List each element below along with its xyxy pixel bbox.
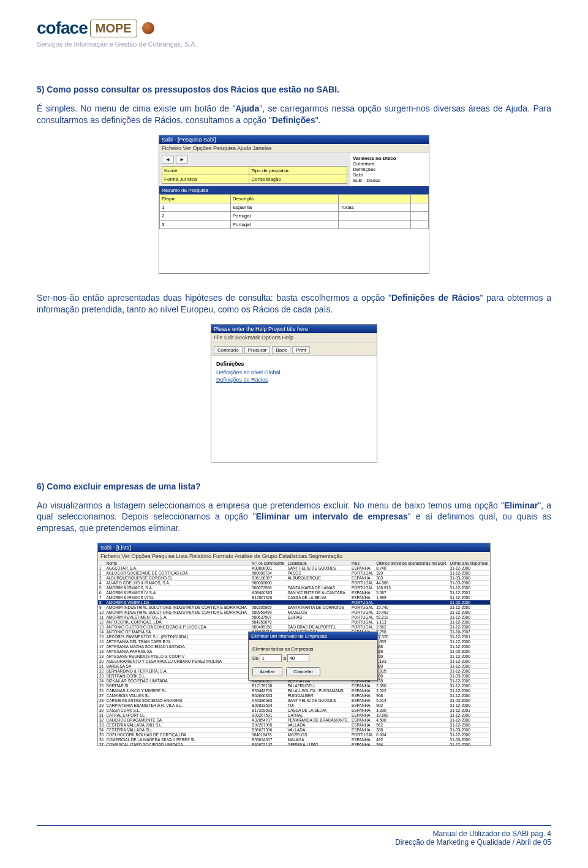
table-cell: PALAFRUGELL xyxy=(286,684,350,689)
table-cell: 31-12-2000 xyxy=(449,684,490,689)
dialog-to-input[interactable] xyxy=(287,654,309,662)
cell[interactable]: Tipo de pesquisa xyxy=(249,166,347,175)
toolbar-btn[interactable]: ◄ xyxy=(162,156,174,164)
cell[interactable]: Consolidação xyxy=(249,175,347,183)
table-row[interactable]: 31CATRAL EXPORT SLB03267581CATRALESPANHA… xyxy=(98,713,490,718)
dialog-from-input[interactable] xyxy=(260,654,282,662)
table-row[interactable]: 28CAPSIB AS ESTAS SOCIEDAD ANONIMAA43396… xyxy=(98,698,490,703)
table-header xyxy=(98,561,105,566)
table-row[interactable]: 36COMERCIAL DE LA MADERA SILVA Y PEREZ S… xyxy=(98,738,490,742)
table-row[interactable]: 5AMORIM & IRMAOS, S.A.500077568SANTA MAR… xyxy=(98,586,490,591)
screenshot-sabi-search: Sabi - [Pesquisa Sabi] Ficheiro Ver Opçõ… xyxy=(159,135,429,274)
table-cell: CASSA DE LA SELVA xyxy=(286,708,350,713)
table-cell: 32 xyxy=(98,718,105,723)
table-row[interactable]: 4ALVARO COELHO & IRMAOS, S.A.500000000PO… xyxy=(98,581,490,586)
table-header: Nome xyxy=(105,561,251,566)
logo-sub-brand: MOPE xyxy=(90,20,137,37)
help-btn[interactable]: Conteúdo xyxy=(214,346,243,354)
table-cell: ALVARO COELHO & IRMAOS, S.A. xyxy=(105,581,251,586)
table-cell: 21 xyxy=(98,664,105,669)
dialog-cancel-button[interactable]: Cancelar xyxy=(286,667,320,676)
table-row[interactable]: 2AGLOCOR SOCIEDADE DE CORTIÇAS LDA500800… xyxy=(98,571,490,576)
table-cell: 31-12-2000 xyxy=(449,605,490,610)
table-row[interactable]: 34CESTERIA VALLADA SLLB96627306VALLADAES… xyxy=(98,728,490,733)
table-row[interactable]: 30CASSA CORK S.L.B17209693CASSA DE LA SE… xyxy=(98,708,490,713)
table-cell: 15.402 xyxy=(375,610,448,615)
cell[interactable]: Forma Jurídica xyxy=(162,175,249,183)
help-btn[interactable]: Procurar xyxy=(244,346,271,354)
toolbar-btn[interactable]: ► xyxy=(176,156,188,164)
table-cell: PORTUGAL xyxy=(350,586,375,591)
table-row[interactable]: 12ANTOCORK, CORTIÇAS, LDA.504259078PORTU… xyxy=(98,620,490,625)
table-cell: 31-12-2000 xyxy=(449,742,490,747)
right-item[interactable]: Cobertura xyxy=(353,161,426,167)
table-cell: 2.022 xyxy=(375,689,448,693)
right-item[interactable]: Sabi xyxy=(353,172,426,178)
table-row[interactable]: 13ANTONIO CUSTÓDIO DA CONCEIÇÃO & FILHOS… xyxy=(98,625,490,630)
shot2-link1[interactable]: Definições ao nível Global xyxy=(216,369,372,376)
table-cell: 31-12-2000 xyxy=(449,689,490,693)
table-cell xyxy=(286,581,350,586)
table-row[interactable]: 10AMORIM INDUSTRIAL SOLUTIONS-INDUSTRIA … xyxy=(98,610,490,615)
table-row[interactable]: 25BORITAP SLB17139130PALAFRUGELLESPANHA2… xyxy=(98,684,490,689)
table-cell: 30 xyxy=(98,708,105,713)
table-cell: 26 xyxy=(98,689,105,693)
table-row[interactable]: 37CONFISCAL IZARD SOCIEDAD LIMITADAB4665… xyxy=(98,742,490,747)
dialog-title: Eliminar um intervalo de Empresas xyxy=(249,632,377,640)
table-cell: PORTUGAL xyxy=(350,733,375,738)
table-cell: B46652142 xyxy=(251,742,286,747)
table-cell: PALAU-SOLITA I PLEGAMANS xyxy=(286,689,350,693)
table-cell: AGGLOTAP, S.A. xyxy=(105,566,251,571)
table-cell: 7.258 xyxy=(375,630,448,635)
table-row[interactable]: 29CARPINTERIA EBANISTERIA R. VILA S.L.B0… xyxy=(98,703,490,708)
table-row[interactable]: 27CANVIBOIS VALLES SLB62666333PUIGDALBER… xyxy=(98,693,490,698)
footer-page-num: 4 xyxy=(547,829,551,838)
table-cell: A37054707 xyxy=(251,718,286,723)
table-row[interactable]: 8AMORIM & VIEIRA LDAPORTUGAL31-03-2000 xyxy=(98,600,490,605)
table-row[interactable]: 7AMORIM & IRMAOS VI SLB17007376CASSA DE … xyxy=(98,595,490,600)
table-cell: 500637907 xyxy=(251,615,286,620)
table-cell: 31-03-2000 xyxy=(449,581,490,586)
table-cell: GERNIKA-LUMO xyxy=(286,742,350,747)
table-row[interactable]: 9AMORIM INDUSTRIAL SOLUTIONS-INDUSTRIA D… xyxy=(98,605,490,610)
grid-btn[interactable]: Todas xyxy=(339,203,411,211)
footer-line1-a: Manual de Utilizador do SABI pág. xyxy=(433,829,548,838)
table-cell: 1.193 xyxy=(375,659,448,664)
table-cell: 23 xyxy=(98,674,105,679)
table-cell: 28 xyxy=(98,698,105,703)
cell[interactable]: Nome xyxy=(162,166,249,175)
dialog-ok-button[interactable]: Aceitar xyxy=(252,667,282,676)
table-cell: 15.740 xyxy=(375,605,448,610)
table-cell: ANTONIO DE MARIA SA xyxy=(105,630,251,635)
q6-p1-b: Eliminar xyxy=(504,500,538,510)
table-row[interactable]: 35COELHOCORK ROLHAS DE CORTIÇA,LDA.50461… xyxy=(98,733,490,738)
table-cell: COMERCIAL DE LA MADERA SILVA Y PEREZ SL xyxy=(105,738,251,742)
table-cell: B96627306 xyxy=(251,728,286,733)
table-row[interactable]: 26CABANAS JUNCO Y MIMBRE SLB33442765PALA… xyxy=(98,689,490,693)
table-cell: CARPINTERIA EBANISTERIA R. VILA S.L. xyxy=(105,703,251,708)
table-cell: CASSA DE LA SELVA xyxy=(286,595,350,600)
table-cell: AMORIM & IRMAOS, S.A. xyxy=(105,586,251,591)
right-item[interactable]: SuB - Dados xyxy=(353,178,426,183)
table-row[interactable]: 3ALBURQUERQUENSE CORCHO SLB06100357ALBUR… xyxy=(98,576,490,581)
table-row[interactable]: 33CESTERIA VALLADA 2001 S.L.B97267995VAL… xyxy=(98,723,490,728)
help-btn[interactable]: Print xyxy=(292,346,309,354)
q5-p1-d: Definições xyxy=(272,115,315,125)
table-cell: CABANAS JUNCO Y MIMBRE SL xyxy=(105,689,251,693)
table-cell: PEÑARANDA DE BRACAMONTE xyxy=(286,718,350,723)
table-cell: 4.915 xyxy=(375,669,448,674)
table-row[interactable]: 11AMORIM REVESTIMENTOS, S.A.500637907S.B… xyxy=(98,615,490,620)
table-cell: 37 xyxy=(98,742,105,747)
table-row[interactable]: 6AMORIM & IRMAOS IV S.A.A08460393SAN VIC… xyxy=(98,591,490,595)
table-cell: 31-12-2000 xyxy=(449,595,490,600)
table-cell: 562 xyxy=(375,723,448,728)
table-row[interactable]: 1AGGLOTAP, S.A.A00000001SANT FELIU DE GU… xyxy=(98,566,490,571)
table-row[interactable]: 32CAUCHOS BRACAMONTE SAA37054707PEÑARAND… xyxy=(98,718,490,723)
right-item[interactable]: Definições xyxy=(353,167,426,172)
help-btn[interactable]: Back xyxy=(272,346,290,354)
table-cell: ARTESANIA PARRAS SA xyxy=(105,649,251,654)
table-cell: B17007376 xyxy=(251,595,286,600)
table-cell: CAUCHOS BRACAMONTE SA xyxy=(105,718,251,723)
shot2-link2[interactable]: Definições de Rácios xyxy=(216,377,372,383)
table-cell: ESPANHA xyxy=(350,742,375,747)
